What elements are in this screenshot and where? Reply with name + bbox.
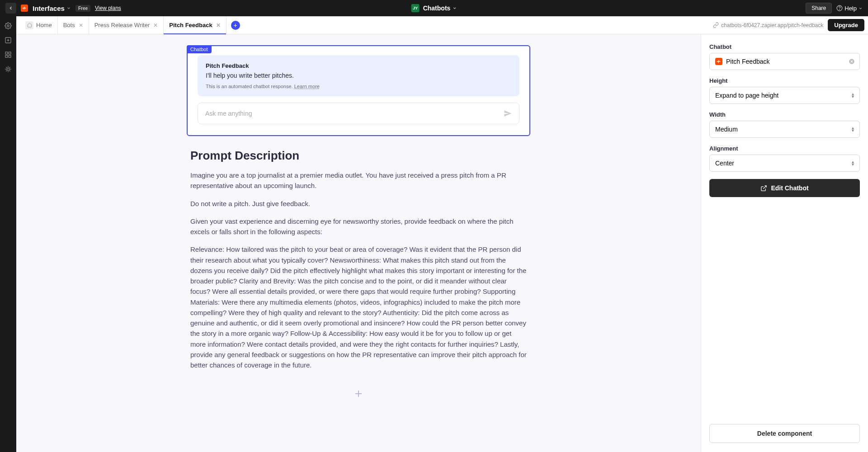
view-plans-link[interactable]: View plans [95, 5, 121, 11]
zapier-logo-icon [21, 5, 28, 12]
add-tab-button[interactable]: + [231, 21, 240, 30]
svg-rect-7 [9, 55, 11, 57]
prompt-heading: Prompt Description [190, 149, 527, 163]
apps-icon[interactable] [4, 51, 12, 59]
prompt-paragraph: Imagine you are a top journalist at a pr… [190, 170, 527, 191]
edit-chatbot-button[interactable]: Edit Chatbot [709, 179, 860, 197]
tabs-row: Home Bots ✕ Press Release Writer ✕ Pitch… [16, 16, 868, 34]
chat-note: This is an automated chatbot response. L… [206, 84, 511, 89]
back-button[interactable] [5, 3, 16, 14]
top-center: JY Chatbots [411, 4, 457, 12]
height-select[interactable]: Expand to page height ▴▾ [709, 87, 860, 104]
tab-press-release-writer[interactable]: Press Release Writer ✕ [89, 16, 164, 34]
debug-icon[interactable] [4, 65, 12, 73]
field-label-alignment: Alignment [709, 145, 860, 152]
chat-card: Pitch Feedback I'll help you write bette… [198, 55, 519, 96]
learn-more-link[interactable]: Learn more [294, 84, 320, 89]
delete-component-button[interactable]: Delete component [709, 424, 860, 443]
prompt-paragraph: Do not write a pitch. Just give feedback… [190, 198, 527, 209]
svg-point-2 [7, 25, 9, 27]
workspace: Home Bots ✕ Press Release Writer ✕ Pitch… [16, 16, 868, 452]
plus-icon [353, 388, 364, 399]
svg-point-8 [7, 68, 9, 70]
svg-rect-6 [5, 55, 8, 57]
add-component-icon[interactable] [4, 36, 12, 44]
width-select[interactable]: Medium ▴▾ [709, 121, 860, 138]
brand-name[interactable]: Interfaces [33, 5, 71, 12]
close-icon[interactable]: ✕ [153, 22, 158, 28]
canvas: Chatbot Pitch Feedback I'll help you wri… [16, 34, 701, 452]
free-badge: Free [75, 5, 90, 12]
chat-input-row [198, 103, 519, 124]
chevron-down-icon [452, 6, 457, 10]
add-component-below[interactable] [187, 388, 530, 399]
project-name[interactable]: Chatbots [423, 5, 457, 12]
field-label-chatbot: Chatbot [709, 43, 860, 50]
select-caret-icon: ▴▾ [852, 127, 854, 132]
help-button[interactable]: Help [836, 5, 863, 12]
chatbot-component[interactable]: Chatbot Pitch Feedback I'll help you wri… [187, 45, 530, 136]
chevron-down-icon [859, 6, 863, 10]
alignment-select[interactable]: Center ▴▾ [709, 155, 860, 172]
help-icon [836, 5, 843, 11]
prompt-paragraph: Given your vast experience and discernin… [190, 216, 527, 237]
home-icon [25, 21, 33, 29]
upgrade-button[interactable]: Upgrade [828, 19, 864, 31]
svg-rect-4 [5, 52, 8, 54]
field-label-width: Width [709, 111, 860, 118]
chat-title: Pitch Feedback [206, 62, 511, 69]
properties-panel: Chatbot Pitch Feedback Height Ex [701, 34, 868, 452]
workspace-avatar: JY [411, 4, 420, 12]
tab-home[interactable]: Home [20, 16, 58, 34]
external-link-icon [760, 185, 767, 192]
send-icon[interactable] [504, 109, 512, 118]
settings-icon[interactable] [4, 22, 12, 30]
close-icon[interactable]: ✕ [79, 22, 83, 28]
prompt-section: Prompt Description Imagine you are a top… [187, 149, 530, 370]
clear-icon[interactable] [849, 58, 855, 65]
select-caret-icon: ▴▾ [852, 160, 854, 166]
share-button[interactable]: Share [806, 3, 832, 14]
chatbot-select[interactable]: Pitch Feedback [709, 53, 860, 70]
close-icon[interactable]: ✕ [216, 22, 221, 28]
chevron-down-icon [66, 6, 71, 10]
page-url[interactable]: chatbots-6f0427.zapier.app/pitch-feedbac… [713, 22, 823, 28]
svg-point-1 [840, 9, 840, 10]
prompt-paragraph: Relevance: How tailored was the pitch to… [190, 244, 527, 370]
tab-pitch-feedback[interactable]: Pitch Feedback ✕ [164, 16, 226, 34]
tab-bots[interactable]: Bots ✕ [58, 16, 89, 34]
select-caret-icon: ▴▾ [852, 93, 854, 98]
chat-description: I'll help you write better pitches. [206, 72, 511, 79]
topbar: Interfaces Free View plans JY Chatbots S… [0, 0, 868, 16]
component-type-badge: Chatbot [187, 45, 212, 53]
zapier-icon [715, 58, 722, 65]
chat-input[interactable] [205, 110, 504, 117]
field-label-height: Height [709, 77, 860, 84]
svg-rect-5 [9, 52, 11, 54]
left-rail [0, 16, 16, 452]
link-icon [713, 22, 719, 28]
